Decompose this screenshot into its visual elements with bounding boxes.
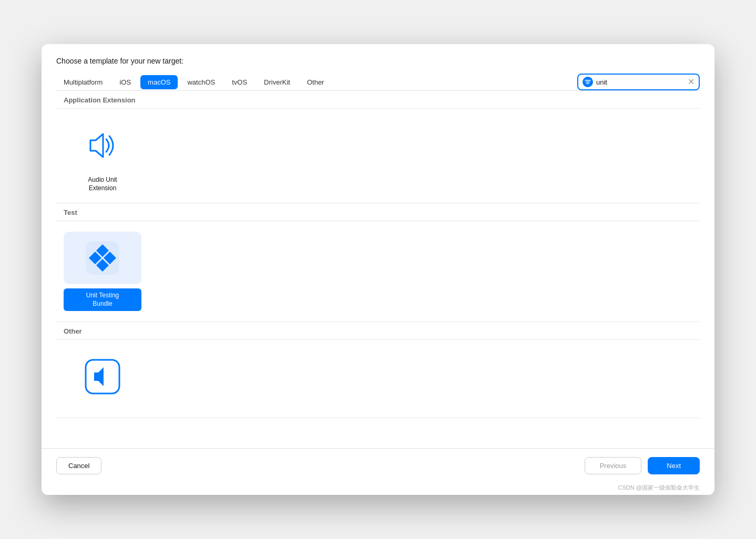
unit-testing-icon	[81, 237, 124, 279]
section-header-application-extension: Application Extension	[56, 91, 700, 109]
content-area: Application Extension Audio UnitExtensio…	[56, 91, 700, 448]
previous-button[interactable]: Previous	[585, 457, 642, 474]
template-item-unit-testing-bundle[interactable]: Unit TestingBundle	[64, 230, 141, 313]
tab-watchos[interactable]: watchOS	[180, 75, 222, 89]
tab-driverkit[interactable]: DriverKit	[257, 75, 298, 89]
template-item-audio-ext-other[interactable]	[64, 348, 141, 409]
dialog-title: Choose a template for your new target:	[56, 57, 700, 65]
dialog-footer: Cancel Previous Next	[42, 448, 714, 483]
section-header-other: Other	[56, 322, 700, 340]
tabs-and-search: Multiplatform iOS macOS watchOS tvOS Dri…	[56, 74, 700, 91]
section-header-test: Test	[56, 203, 700, 221]
audio-unit-extension-label: Audio UnitExtension	[88, 176, 117, 192]
audio-ext-other-icon	[84, 358, 121, 396]
tab-tvos[interactable]: tvOS	[224, 75, 254, 89]
dialog-body: Choose a template for your new target: M…	[42, 44, 714, 448]
search-filter-icon	[583, 77, 593, 87]
section-content-other	[56, 340, 700, 418]
tab-macos[interactable]: macOS	[140, 75, 178, 89]
section-content-test: Unit TestingBundle	[56, 221, 700, 322]
search-clear-button[interactable]: ✕	[688, 78, 694, 86]
tab-ios[interactable]: iOS	[112, 75, 138, 89]
search-box: ✕	[577, 74, 700, 90]
tab-multiplatform[interactable]: Multiplatform	[56, 75, 110, 89]
unit-testing-bundle-label: Unit TestingBundle	[64, 288, 141, 311]
footer-right: Previous Next	[585, 457, 700, 474]
section-content-application-extension: Audio UnitExtension	[56, 109, 700, 203]
audio-ext-other-icon-wrapper	[64, 350, 141, 403]
unit-testing-icon-wrapper	[64, 232, 141, 284]
template-item-audio-unit-extension[interactable]: Audio UnitExtension	[64, 117, 141, 194]
tab-other[interactable]: Other	[300, 75, 332, 89]
tabs-container: Multiplatform iOS macOS watchOS tvOS Dri…	[56, 75, 331, 89]
cancel-button[interactable]: Cancel	[56, 457, 101, 474]
dialog: Choose a template for your new target: M…	[42, 44, 714, 495]
audio-unit-extension-icon-wrapper	[64, 119, 141, 172]
next-button[interactable]: Next	[648, 457, 700, 474]
search-input[interactable]	[596, 78, 685, 86]
audio-unit-icon	[84, 130, 121, 161]
watermark: CSDN @国家一级假勤奋大学生	[42, 483, 714, 495]
